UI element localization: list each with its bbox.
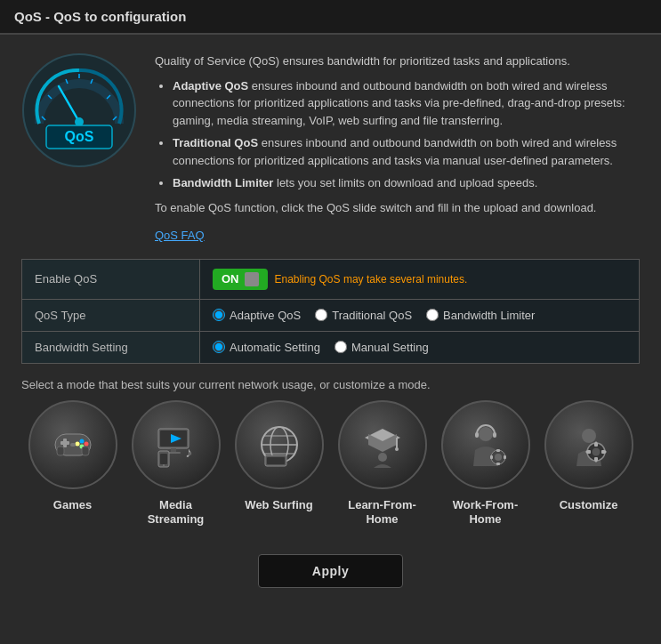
- svg-point-42: [378, 453, 387, 462]
- svg-point-47: [495, 454, 502, 461]
- svg-text:♪: ♪: [185, 445, 192, 460]
- svg-point-54: [592, 447, 600, 455]
- mode-icons-container: Games ♪: [21, 400, 640, 528]
- mode-circle-games: [28, 400, 117, 489]
- mode-circle-media: ♪: [132, 400, 221, 489]
- mode-name-customize: Customize: [560, 498, 618, 513]
- intro-enable-hint: To enable QoS function, click the QoS sl…: [155, 199, 640, 217]
- mode-item-work-from-home[interactable]: Work-From-Home: [441, 400, 530, 528]
- mode-name-learn: Learn-From-Home: [348, 498, 416, 528]
- mode-name-web-surfing: Web Surfing: [245, 498, 312, 513]
- svg-point-16: [84, 441, 88, 446]
- settings-table: Enable QoS ON Enabling QoS may take seve…: [21, 259, 640, 364]
- qos-type-adaptive[interactable]: Adaptive QoS: [213, 309, 301, 322]
- bandwidth-setting-label: Bandwidth Setting: [22, 331, 200, 363]
- qos-type-traditional[interactable]: Traditional QoS: [315, 309, 412, 322]
- svg-text:QoS: QoS: [65, 129, 94, 144]
- mode-item-customize[interactable]: Customize: [544, 400, 633, 528]
- svg-rect-14: [63, 439, 67, 447]
- mode-item-media-streaming[interactable]: ♪ MediaStreaming: [132, 400, 221, 528]
- intro-summary: Quality of Service (QoS) ensures bandwid…: [155, 52, 640, 70]
- svg-rect-45: [493, 432, 496, 438]
- enable-qos-toggle-group: ON Enabling QoS may take several minutes…: [213, 269, 467, 290]
- apply-button[interactable]: Apply: [258, 554, 403, 588]
- mode-name-media-streaming: MediaStreaming: [148, 498, 205, 528]
- mode-item-games[interactable]: Games: [28, 400, 117, 528]
- svg-rect-44: [475, 432, 479, 438]
- bandwidth-setting-radio-group: Automatic Setting Manual Setting: [213, 341, 626, 354]
- enable-qos-row: Enable QoS ON Enabling QoS may take seve…: [22, 259, 640, 299]
- page-title: QoS - QoS to configuration: [14, 9, 186, 24]
- mode-circle-web: [235, 400, 324, 489]
- mode-item-learn-from-home[interactable]: Learn-From-Home: [338, 400, 427, 528]
- apply-bar: Apply: [21, 545, 640, 606]
- qos-type-label: QoS Type: [22, 299, 200, 331]
- svg-point-52: [582, 429, 596, 443]
- intro-bullet-traditional: Traditional QoS ensures inbound and outb…: [173, 134, 640, 169]
- qos-type-radio-group: Adaptive QoS Traditional QoS Bandwidth L…: [213, 309, 626, 322]
- mode-item-web-surfing[interactable]: Web Surfing: [235, 400, 324, 528]
- svg-point-15: [79, 439, 84, 443]
- qos-logo: QoS: [21, 52, 137, 168]
- svg-point-18: [75, 441, 79, 446]
- svg-rect-21: [82, 447, 89, 455]
- bandwidth-setting-row: Bandwidth Setting Automatic Setting Manu…: [22, 331, 640, 363]
- svg-point-41: [395, 447, 399, 451]
- qos-type-bandwidth[interactable]: Bandwidth Limiter: [426, 309, 535, 322]
- intro-bullet-bandwidth: Bandwidth Limiter lets you set limits on…: [173, 174, 640, 192]
- mode-circle-learn: [338, 400, 427, 489]
- enable-qos-label: Enable QoS: [22, 259, 200, 299]
- mode-name-games: Games: [53, 498, 92, 513]
- qos-warning: Enabling QoS may take several minutes.: [275, 273, 468, 286]
- mode-circle-customize: [544, 400, 633, 489]
- intro-text-block: Quality of Service (QoS) ensures bandwid…: [155, 52, 640, 245]
- qos-faq-link[interactable]: QoS FAQ: [155, 227, 205, 245]
- svg-rect-37: [267, 457, 285, 464]
- title-bar: QoS - QoS to configuration: [0, 0, 661, 35]
- svg-rect-48: [496, 449, 500, 452]
- intro-bullet-adaptive: Adaptive QoS ensures inbound and outboun…: [173, 77, 640, 130]
- mode-name-work: Work-From-Home: [453, 498, 518, 528]
- toggle-knob: [245, 272, 259, 286]
- svg-rect-20: [57, 447, 64, 455]
- qos-type-row: QoS Type Adaptive QoS Traditional QoS Ba…: [22, 299, 640, 331]
- svg-point-30: [163, 464, 165, 466]
- svg-rect-49: [496, 463, 500, 465]
- bandwidth-manual[interactable]: Manual Setting: [335, 341, 429, 354]
- intro-bullets: Adaptive QoS ensures inbound and outboun…: [173, 77, 640, 192]
- svg-rect-25: [171, 448, 176, 452]
- bandwidth-auto[interactable]: Automatic Setting: [213, 341, 320, 354]
- svg-rect-29: [160, 454, 167, 464]
- mode-circle-work: [441, 400, 530, 489]
- svg-point-43: [479, 427, 493, 441]
- enable-qos-toggle[interactable]: ON: [213, 269, 268, 290]
- svg-rect-19: [70, 443, 76, 447]
- mode-section-label: Select a mode that best suits your curre…: [21, 378, 640, 391]
- svg-rect-51: [504, 455, 506, 459]
- svg-rect-50: [490, 455, 493, 459]
